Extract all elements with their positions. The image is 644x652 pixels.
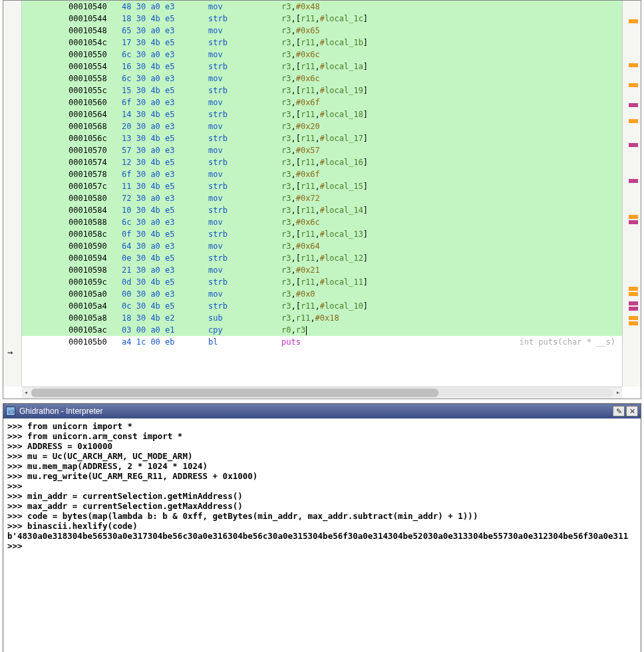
nav-arrow-icon[interactable]: → xyxy=(7,347,13,357)
minimap-mark[interactable] xyxy=(629,103,638,107)
bytes: 12 30 4b e5 xyxy=(122,156,208,168)
minimap-mark[interactable] xyxy=(629,143,638,147)
address: 000105a0 xyxy=(69,288,122,300)
interpreter-pane: ▭ Ghidrathon - Interpreter ✎ ✕ >>> from … xyxy=(3,403,641,652)
mnemonic: strb xyxy=(208,61,281,73)
bytes: 65 30 a0 e3 xyxy=(122,25,208,37)
address: 00010540 xyxy=(69,1,122,13)
listing-line[interactable]: 0001058072 30 a0 e3movr3,#0x72 xyxy=(22,192,622,204)
listing-line[interactable]: 000105a000 30 a0 e3movr3,#0x0 xyxy=(22,288,622,300)
listing-line[interactable]: 0001057412 30 4b e5strbr3,[r11,#local_16… xyxy=(22,156,622,168)
listing-line[interactable]: 0001054048 30 a0 e3movr3,#0x48 xyxy=(22,1,622,13)
operands: r3,r11,#0x18 xyxy=(281,312,339,324)
scroll-left-icon[interactable]: ◂ xyxy=(22,389,30,397)
minimap-mark[interactable] xyxy=(629,321,638,325)
minimap-mark[interactable] xyxy=(629,307,638,311)
listing-line[interactable]: 000105a818 30 4b e2subr3,r11,#0x18 xyxy=(22,312,622,324)
operands: r3,[r11,#local_1b] xyxy=(281,37,368,49)
listing-line[interactable]: 000105a40c 30 4b e5strbr3,[r11,#local_10… xyxy=(22,300,622,312)
listing-line[interactable]: 0001054c17 30 4b e5strbr3,[r11,#local_1b… xyxy=(22,37,622,49)
scroll-right-icon[interactable]: ▸ xyxy=(614,389,622,397)
operands: r3,#0x48 xyxy=(281,1,320,13)
bytes: 6c 30 a0 e3 xyxy=(122,49,208,61)
bytes: 6f 30 a0 e3 xyxy=(122,168,208,180)
operands: r3,[r11,#local_12] xyxy=(281,252,368,264)
address: 0001058c xyxy=(69,228,122,240)
disassembly-pane: → 0001054048 30 a0 e3movr3,#0x4800010544… xyxy=(3,0,641,399)
listing-line[interactable]: 0001054418 30 4b e5strbr3,[r11,#local_1c… xyxy=(22,13,622,25)
minimap-mark[interactable] xyxy=(629,292,638,296)
listing-line[interactable]: 0001057c11 30 4b e5strbr3,[r11,#local_15… xyxy=(22,180,622,192)
listing-viewport[interactable]: 0001054048 30 a0 e3movr3,#0x480001054418… xyxy=(22,1,622,387)
address: 00010588 xyxy=(69,216,122,228)
address: 00010548 xyxy=(69,25,122,37)
listing-line[interactable]: 000105586c 30 a0 e3movr3,#0x6c xyxy=(22,73,622,84)
address: 0001054c xyxy=(69,37,122,49)
address: 000105ac xyxy=(69,324,122,336)
interpreter-titlebar[interactable]: ▭ Ghidrathon - Interpreter ✎ ✕ xyxy=(3,404,641,418)
minimap-mark[interactable] xyxy=(629,83,638,87)
listing-line[interactable]: 0001056820 30 a0 e3movr3,#0x20 xyxy=(22,120,622,132)
listing-line[interactable]: 0001054865 30 a0 e3movr3,#0x65 xyxy=(22,25,622,37)
listing-line[interactable]: 000105506c 30 a0 e3movr3,#0x6c xyxy=(22,49,622,61)
listing-line[interactable]: 0001059064 30 a0 e3movr3,#0x64 xyxy=(22,240,622,252)
mnemonic: mov xyxy=(208,240,281,252)
listing-line[interactable]: 0001056c13 30 4b e5strbr3,[r11,#local_17… xyxy=(22,132,622,144)
listing-line[interactable]: 000105886c 30 a0 e3movr3,#0x6c xyxy=(22,216,622,228)
minimap-mark[interactable] xyxy=(629,19,638,23)
address: 00010558 xyxy=(69,73,122,84)
operands: r3,#0x65 xyxy=(281,25,320,37)
operands: r3,#0x20 xyxy=(281,120,320,132)
listing-line[interactable]: 000105940e 30 4b e5strbr3,[r11,#local_12… xyxy=(22,252,622,264)
operands: r3,[r11,#local_1a] xyxy=(281,61,368,73)
edit-button[interactable]: ✎ xyxy=(613,406,625,416)
listing-line[interactable]: 0001058c0f 30 4b e5strbr3,[r11,#local_13… xyxy=(22,228,622,240)
mnemonic: mov xyxy=(208,288,281,300)
operands: r3,#0x6c xyxy=(281,73,320,84)
bytes: 0e 30 4b e5 xyxy=(122,252,208,264)
interpreter-console[interactable]: >>> from unicorn import * >>> from unico… xyxy=(3,418,641,552)
address: 00010574 xyxy=(69,156,122,168)
minimap-mark[interactable] xyxy=(629,316,638,320)
listing-line[interactable]: 000105ac03 00 a0 e1cpyr0,r3 xyxy=(22,324,622,336)
bytes: 15 30 4b e5 xyxy=(122,84,208,96)
listing-line[interactable]: 0001055416 30 4b e5strbr3,[r11,#local_1a… xyxy=(22,61,622,73)
minimap-mark[interactable] xyxy=(629,301,638,305)
listing-line[interactable]: 0001059821 30 a0 e3movr3,#0x21 xyxy=(22,264,622,276)
listing-line[interactable]: 000105606f 30 a0 e3movr3,#0x6f xyxy=(22,96,622,108)
address: 00010584 xyxy=(69,204,122,216)
minimap-mark[interactable] xyxy=(629,179,638,183)
address: 00010578 xyxy=(69,168,122,180)
bytes: 16 30 4b e5 xyxy=(122,61,208,73)
listing-line[interactable]: 0001058410 30 4b e5strbr3,[r11,#local_14… xyxy=(22,204,622,216)
address: 00010568 xyxy=(69,120,122,132)
interpreter-blank xyxy=(3,552,641,652)
listing-line[interactable]: 000105b0a4 1c 00 ebblputsint puts(char *… xyxy=(22,336,622,348)
mnemonic: mov xyxy=(208,49,281,61)
minimap-mark[interactable] xyxy=(629,215,638,219)
listing-line[interactable]: 0001059c0d 30 4b e5strbr3,[r11,#local_11… xyxy=(22,276,622,288)
minimap-mark[interactable] xyxy=(629,63,638,67)
listing-hscroll-thumb[interactable] xyxy=(31,389,438,397)
overview-minimap[interactable] xyxy=(622,1,641,387)
listing-hscroll-track[interactable] xyxy=(31,389,613,397)
address: 0001056c xyxy=(69,132,122,144)
listing-line[interactable]: 0001057057 30 a0 e3movr3,#0x57 xyxy=(22,144,622,156)
mnemonic: mov xyxy=(208,144,281,156)
listing-line[interactable]: 000105786f 30 a0 e3movr3,#0x6f xyxy=(22,168,622,180)
listing-line[interactable]: 0001056414 30 4b e5strbr3,[r11,#local_18… xyxy=(22,108,622,120)
minimap-mark[interactable] xyxy=(629,119,638,123)
bytes: 6f 30 a0 e3 xyxy=(122,96,208,108)
close-button[interactable]: ✕ xyxy=(626,406,638,416)
bytes: 18 30 4b e2 xyxy=(122,312,208,324)
mnemonic: bl xyxy=(208,336,281,348)
operands: r3,#0x72 xyxy=(281,192,320,204)
address: 00010598 xyxy=(69,264,122,276)
bytes: 0d 30 4b e5 xyxy=(122,276,208,288)
operands: r3,#0x6c xyxy=(281,216,320,228)
listing-hscrollbar[interactable]: ◂ ▸ xyxy=(22,387,622,399)
minimap-mark[interactable] xyxy=(629,287,638,291)
address: 00010544 xyxy=(69,13,122,25)
listing-line[interactable]: 0001055c15 30 4b e5strbr3,[r11,#local_19… xyxy=(22,84,622,96)
minimap-mark[interactable] xyxy=(629,220,638,224)
